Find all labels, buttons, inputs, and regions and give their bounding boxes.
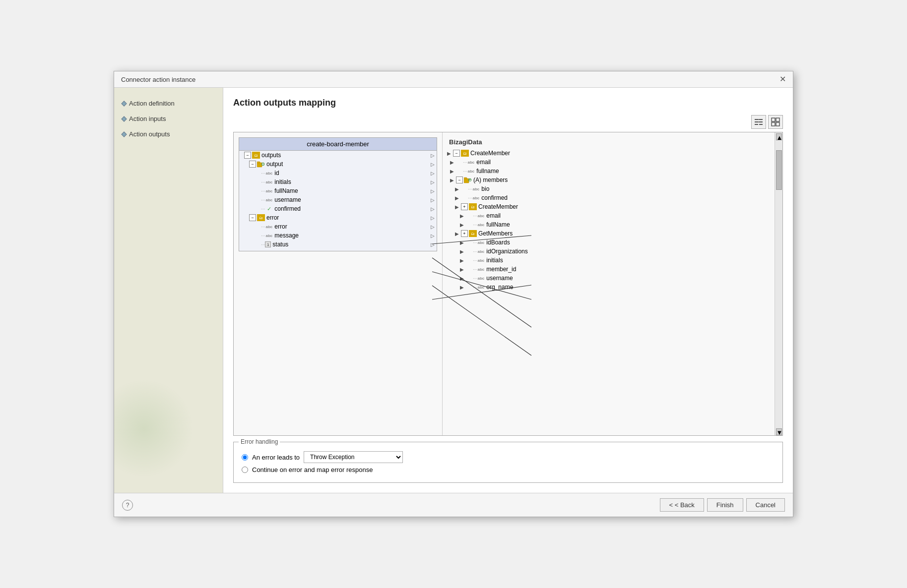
arrow-right-icon: ▷ [431,197,435,203]
node-label: outputs [261,152,281,159]
title-bar: Connector action instance ✕ [114,71,793,88]
throw-exception-dropdown[interactable]: Throw Exception Continue Map Error [304,451,403,463]
node-label: confirmed [481,194,508,201]
node-label: bio [481,185,489,192]
content-area: Action definition Action inputs Action o… [114,88,793,493]
abc-icon: abc [477,275,485,282]
abc-icon: abc [265,178,273,185]
right-node-getmembers: ▶ + 🗂 GetMembers [445,229,772,238]
svg-rect-12 [257,163,262,167]
arrow-right-icon: ▷ [431,233,435,238]
svg-rect-7 [759,124,763,125]
arrow-left-icon: ▶ [460,222,464,228]
continue-on-error-label: Continue on error and map error response [252,466,373,473]
tree-node-confirmed: ··· ✓ confirmed ▷ [239,204,437,213]
toggle-members[interactable]: − [456,176,463,183]
svg-rect-22 [464,178,469,183]
array-folder-icon: A [464,176,472,183]
svg-rect-9 [776,118,779,121]
page-title: Action outputs mapping [233,98,783,108]
toggle-error[interactable]: − [249,214,256,221]
arrow-left-icon: ▶ [460,249,464,254]
scrollbar[interactable]: ▲ ▼ [775,132,782,435]
mapping-view-btn[interactable] [751,115,766,129]
abc-icon: abc [467,168,475,175]
arrow-left-icon: ▶ [455,231,459,236]
toggle-cm-nested[interactable]: + [461,203,468,210]
node-label: (A) members [473,176,508,183]
grid-view-btn[interactable] [768,115,783,129]
right-node-cm-email: ▶ ··· abc email [445,211,772,220]
node-label: username [274,196,301,203]
help-button[interactable]: ? [122,500,133,511]
toggle-cm[interactable]: − [453,150,460,157]
arrow-right-icon: ▷ [431,188,435,194]
footer-buttons: < < Back Finish Cancel [660,498,785,512]
node-label: initials [486,257,503,264]
toggle-output[interactable]: − [249,161,256,168]
arrow-left-icon: ▶ [447,151,451,156]
abc-icon: abc [477,221,485,228]
svg-rect-10 [772,122,775,126]
error-leads-to-radio[interactable] [242,454,248,461]
tree-node-fullname: ··· abc fullName ▷ [239,186,437,195]
right-panel-header: BizagiData [445,137,772,149]
right-node-idorgs: ▶ ··· abc idOrganizations [445,247,772,256]
error-handling-legend: Error handling [239,438,280,445]
sidebar-item-action-outputs[interactable]: Action outputs [119,128,218,140]
abc-icon: abc [265,232,273,239]
abc-icon: abc [265,170,273,176]
node-label: initials [274,178,291,185]
toggle-outputs[interactable]: − [244,152,251,159]
connector-box-header: create-board-member [239,138,437,151]
abc-icon: abc [477,239,485,246]
scroll-down-btn[interactable]: ▼ [776,428,782,435]
tree-node-initials: ··· abc initials ▷ [239,177,437,186]
close-button[interactable]: ✕ [779,75,786,83]
throw-exception-dropdown-container: Throw Exception Continue Map Error [304,451,403,463]
sidebar-item-label: Action definition [129,100,175,107]
back-button[interactable]: < < Back [660,498,704,512]
arrow-left-icon: ▶ [455,195,459,201]
diamond-icon [121,131,127,137]
arrow-left-icon: ▶ [460,285,464,290]
tree-node-outputs: − 🗂 outputs ▷ [239,151,437,160]
svg-rect-11 [776,122,779,126]
scroll-up-btn[interactable]: ▲ [776,133,782,140]
abc-icon: abc [265,223,273,230]
abc-icon: abc [467,159,475,166]
right-node-email: ▶ ··· abc email [445,158,772,167]
svg-rect-4 [759,121,763,122]
arrow-right-icon: ▷ [431,242,435,247]
abc-icon: abc [265,196,273,203]
node-label: output [266,161,283,168]
tree-node-username: ··· abc username ▷ [239,195,437,204]
node-label: email [476,159,491,166]
arrow-left-icon: ▶ [455,204,459,210]
arrow-right-icon: ▷ [431,224,435,230]
arrow-right-icon: ▷ [431,215,435,221]
node-label: member_id [486,266,516,273]
node-label: message [274,232,299,239]
arrow-left-icon: ▶ [460,258,464,263]
scroll-thumb[interactable] [776,150,782,190]
sidebar-item-action-inputs[interactable]: Action inputs [119,113,218,124]
arrow-left-icon: ▶ [460,213,464,219]
tree-node-output: − output ▷ [239,160,437,169]
sidebar-item-action-definition[interactable]: Action definition [119,98,218,109]
continue-on-error-radio[interactable] [242,467,248,473]
node-label: id [274,170,279,176]
node-label: idOrganizations [486,248,527,255]
right-node-cm-fullname: ▶ ··· abc fullName [445,220,772,229]
main-panel: Action outputs mapping [223,88,793,493]
sidebar-item-label: Action outputs [129,130,170,138]
folder-icon: 🗂 [469,203,477,210]
check-icon: ✓ [265,205,273,212]
toggle-gm[interactable]: + [461,230,468,237]
arrow-left-icon: ▶ [450,160,454,165]
svg-rect-0 [755,119,758,120]
finish-button[interactable]: Finish [707,498,743,512]
right-node-initials: ▶ ··· abc initials [445,256,772,265]
node-label: error [266,214,279,221]
cancel-button[interactable]: Cancel [746,498,785,512]
